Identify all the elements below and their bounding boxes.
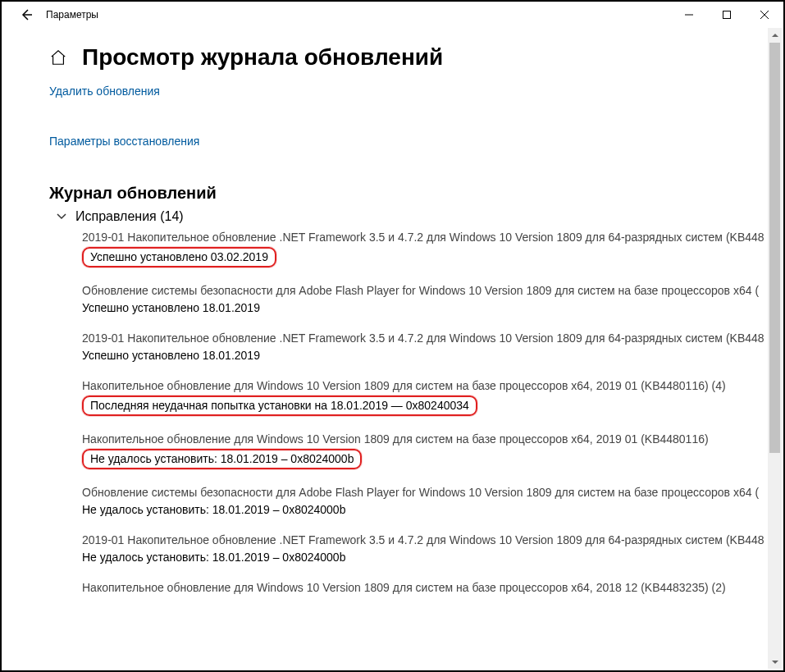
back-button[interactable]	[15, 3, 38, 26]
recovery-options-link[interactable]: Параметры восстановления	[49, 135, 199, 148]
update-item: 2019-01 Накопительное обновление .NET Fr…	[82, 533, 775, 565]
scroll-thumb[interactable]	[769, 43, 780, 453]
update-name[interactable]: 2019-01 Накопительное обновление .NET Fr…	[82, 231, 775, 244]
update-status: Успешно установлено 03.02.2019	[82, 247, 276, 267]
update-name[interactable]: 2019-01 Накопительное обновление .NET Fr…	[82, 533, 775, 546]
content-area: Просмотр журнала обновлений Удалить обно…	[2, 28, 783, 670]
minimize-button[interactable]	[670, 2, 708, 28]
maximize-button[interactable]	[708, 2, 746, 28]
update-status: Не удалось установить: 18.01.2019 – 0x80…	[82, 551, 345, 564]
update-name[interactable]: Накопительное обновление для Windows 10 …	[82, 379, 775, 392]
group-header[interactable]: Исправления (14)	[2, 209, 783, 224]
update-item: 2019-01 Накопительное обновление .NET Fr…	[82, 231, 775, 267]
vertical-scrollbar[interactable]	[768, 28, 782, 669]
window-title: Параметры	[46, 9, 670, 21]
update-name[interactable]: Обновление системы безопасности для Adob…	[82, 486, 775, 499]
titlebar: Параметры	[2, 2, 783, 28]
update-status: Последняя неудачная попытка установки на…	[82, 395, 477, 416]
update-status: Успешно установлено 18.01.2019	[82, 349, 260, 362]
svg-rect-0	[723, 11, 731, 19]
page-title: Просмотр журнала обновлений	[82, 44, 443, 71]
page-header: Просмотр журнала обновлений	[2, 36, 783, 84]
scroll-down-arrow-icon[interactable]	[768, 655, 782, 669]
update-status: Не удалось установить: 18.01.2019 – 0x80…	[82, 503, 345, 516]
window-controls	[670, 2, 783, 28]
update-status: Успешно установлено 18.01.2019	[82, 301, 260, 314]
update-item: 2019-01 Накопительное обновление .NET Fr…	[82, 331, 775, 363]
home-icon[interactable]	[49, 48, 67, 66]
update-name[interactable]: Накопительное обновление для Windows 10 …	[82, 432, 775, 446]
section-title: Журнал обновлений	[2, 184, 783, 203]
settings-window: Параметры Просмотр журнала обновлений	[2, 2, 783, 670]
scroll-up-arrow-icon[interactable]	[768, 28, 782, 42]
chevron-down-icon	[56, 210, 69, 223]
update-name[interactable]: Накопительное обновление для Windows 10 …	[82, 581, 775, 594]
uninstall-updates-link[interactable]: Удалить обновления	[49, 85, 160, 98]
update-item: Накопительное обновление для Windows 10 …	[82, 581, 775, 594]
action-links: Удалить обновления Параметры восстановле…	[2, 84, 783, 166]
update-status: Не удалось установить: 18.01.2019 – 0x80…	[82, 449, 362, 469]
update-name[interactable]: 2019-01 Накопительное обновление .NET Fr…	[82, 331, 775, 345]
update-items-list: 2019-01 Накопительное обновление .NET Fr…	[2, 231, 783, 594]
update-item: Обновление системы безопасности для Adob…	[82, 486, 775, 517]
close-button[interactable]	[746, 2, 783, 28]
update-item: Накопительное обновление для Windows 10 …	[82, 379, 775, 416]
update-item: Накопительное обновление для Windows 10 …	[82, 432, 775, 469]
update-name[interactable]: Обновление системы безопасности для Adob…	[82, 284, 775, 297]
update-item: Обновление системы безопасности для Adob…	[82, 284, 775, 315]
group-label: Исправления (14)	[75, 209, 184, 224]
